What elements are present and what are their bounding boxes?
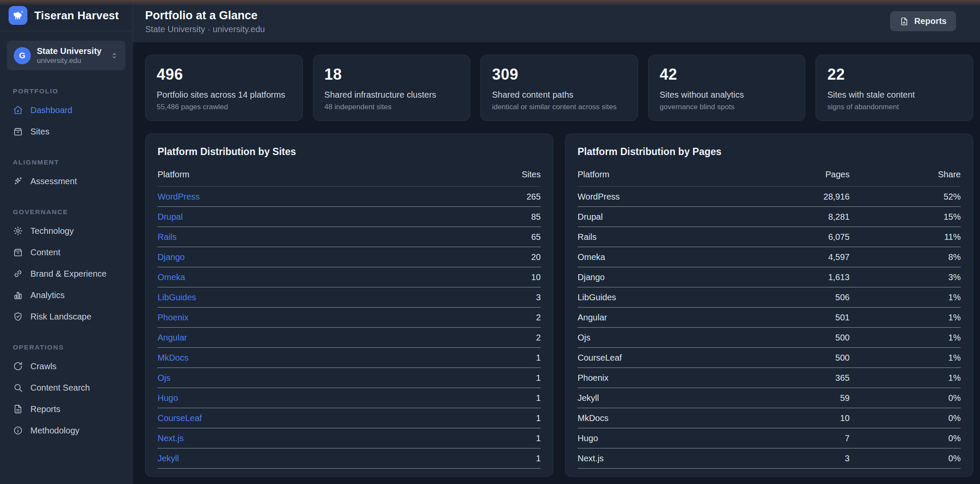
table-row: Phoenix3651% (578, 368, 961, 388)
page-header-text: Portfolio at a Glance State University ·… (145, 9, 265, 34)
sidebar-item-analytics[interactable]: Analytics (0, 284, 132, 306)
sidebar-item-crawls[interactable]: Crawls (0, 356, 132, 377)
org-selector[interactable]: G State University university.edu (7, 41, 125, 70)
sidebar-item-label: Methodology (30, 426, 80, 436)
page-subtitle: State University · university.edu (145, 24, 265, 34)
brand: Tiseran Harvest (0, 0, 132, 31)
table-row: CourseLeaf5001% (578, 348, 961, 368)
sidebar-item-assessment[interactable]: Assessment (0, 170, 132, 192)
stats-row: 496Portfolio sites across 14 platforms55… (145, 55, 973, 121)
org-meta: State University university.edu (37, 46, 101, 65)
cell-platform[interactable]: CourseLeaf (158, 408, 456, 428)
reports-button-label: Reports (914, 16, 947, 26)
org-name: State University (37, 46, 101, 56)
stat-card-1: 496Portfolio sites across 14 platforms55… (145, 55, 303, 121)
sidebar-item-label: Technology (30, 226, 74, 236)
sidebar-item-brand-experience[interactable]: Brand & Experience (0, 263, 132, 284)
archive-icon (13, 126, 23, 137)
cell-share: 0% (849, 448, 961, 469)
table-row: LibGuides3 (158, 287, 541, 308)
tables-row: Platform Distribution by Sites PlatformS… (145, 134, 973, 477)
pages-table: PlatformPagesShareWordPress28,91652%Drup… (578, 167, 961, 469)
pages-panel-title: Platform Distribution by Pages (578, 146, 961, 158)
cell-share: 52% (849, 187, 961, 207)
cell-share: 1% (849, 348, 961, 368)
stat-value: 22 (827, 66, 962, 83)
sidebar-nav: PORTFOLIODashboardSitesALIGNMENTAssessme… (0, 70, 132, 450)
cell-platform[interactable]: Django (158, 247, 456, 267)
chevron-up-down-icon (110, 51, 119, 60)
cell-pages: 28,916 (754, 187, 850, 207)
sidebar-item-risk-landscape[interactable]: Risk Landscape (0, 306, 132, 327)
table-row: Angular2 (158, 328, 541, 348)
cell-platform: LibGuides (578, 287, 754, 308)
cell-sites: 1 (456, 448, 541, 469)
sidebar-item-dashboard[interactable]: Dashboard (0, 99, 132, 121)
shield-check-icon (13, 311, 23, 322)
cell-platform[interactable]: Ojs (158, 368, 456, 388)
table-row: MkDocs1 (158, 348, 541, 368)
search-icon (13, 382, 23, 393)
stat-value: 18 (325, 66, 459, 83)
cell-sites: 265 (456, 187, 541, 207)
table-row: Ojs5001% (578, 328, 961, 348)
table-row: Drupal8,28115% (578, 207, 961, 227)
sparkles-icon (13, 176, 23, 186)
table-row: Hugo70% (578, 428, 961, 448)
cell-platform: Omeka (578, 247, 754, 267)
sidebar-item-technology[interactable]: Technology (0, 220, 132, 242)
cell-share: 3% (849, 267, 961, 287)
cell-platform: Drupal (578, 207, 754, 227)
stat-label: Sites with stale content (827, 90, 962, 100)
cell-share: 1% (849, 328, 961, 348)
cell-platform[interactable]: MkDocs (158, 348, 456, 368)
table-header-row: PlatformSites (158, 167, 541, 187)
main-area: Portfolio at a Glance State University ·… (133, 0, 980, 484)
cell-pages: 3 (754, 448, 850, 469)
cell-platform[interactable]: Next.js (158, 428, 456, 448)
cell-platform[interactable]: WordPress (158, 187, 456, 207)
cell-sites: 1 (456, 388, 541, 408)
sidebar-item-content-search[interactable]: Content Search (0, 377, 132, 398)
cell-pages: 8,281 (754, 207, 850, 227)
table-row: Ojs1 (158, 368, 541, 388)
nav-section-label-governance: GOVERNANCE (13, 208, 132, 216)
stat-value: 309 (492, 66, 626, 83)
sidebar-item-sites[interactable]: Sites (0, 121, 132, 142)
cell-platform: Phoenix (578, 368, 754, 388)
org-avatar: G (14, 47, 31, 64)
stat-value: 496 (157, 66, 291, 83)
cell-platform[interactable]: Omeka (158, 267, 456, 287)
sidebar-item-methodology[interactable]: Methodology (0, 420, 132, 441)
cell-platform: Angular (578, 308, 754, 328)
sidebar-item-content[interactable]: Content (0, 242, 132, 263)
stat-label: Shared content paths (492, 90, 626, 100)
cell-platform: Rails (578, 227, 754, 247)
cell-sites: 1 (456, 408, 541, 428)
cell-sites: 3 (456, 287, 541, 308)
stat-sub: governance blind spots (660, 103, 794, 111)
cell-platform[interactable]: Rails (158, 227, 456, 247)
cell-share: 0% (849, 408, 961, 428)
cell-platform[interactable]: Drupal (158, 207, 456, 227)
cell-platform[interactable]: Phoenix (158, 308, 456, 328)
cell-sites: 85 (456, 207, 541, 227)
sidebar-item-reports[interactable]: Reports (0, 398, 132, 420)
cell-pages: 500 (754, 328, 850, 348)
page-title: Portfolio at a Glance (145, 9, 265, 22)
cell-platform[interactable]: LibGuides (158, 287, 456, 308)
cell-platform[interactable]: Angular (158, 328, 456, 348)
cell-pages: 500 (754, 348, 850, 368)
nav-section-label-portfolio: PORTFOLIO (13, 87, 132, 95)
cell-platform[interactable]: Hugo (158, 388, 456, 408)
stat-sub: identical or similar content across site… (492, 103, 626, 111)
cell-share: 8% (849, 247, 961, 267)
sidebar-item-label: Reports (30, 404, 60, 414)
cell-pages: 59 (754, 388, 850, 408)
stat-sub: signs of abandonment (827, 103, 962, 111)
cell-sites: 2 (456, 328, 541, 348)
reports-button[interactable]: Reports (890, 11, 956, 31)
info-icon (13, 425, 23, 436)
file-chart-icon (900, 17, 909, 26)
cell-platform[interactable]: Jekyll (158, 448, 456, 469)
